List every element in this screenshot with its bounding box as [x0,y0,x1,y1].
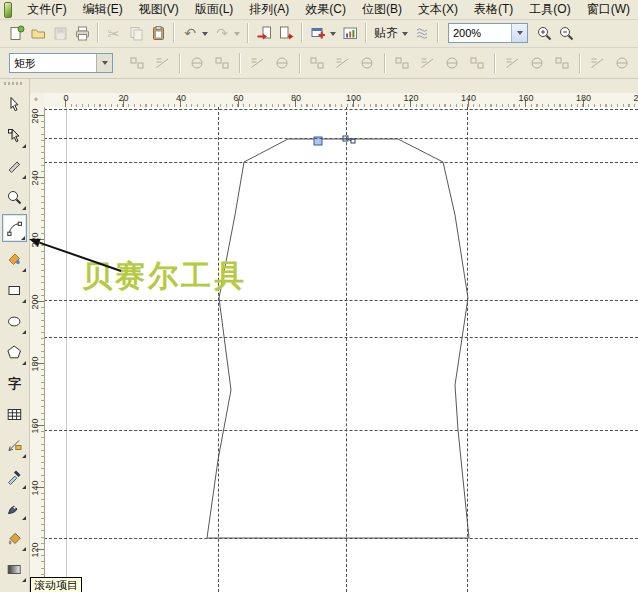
menu-text[interactable]: 文本(X) [410,0,466,20]
combo-dropdown-button[interactable] [511,24,527,42]
eyedropper-tool-icon [6,468,23,485]
menu-effects[interactable]: 效果(C) [297,0,354,20]
horizontal-guideline[interactable] [44,138,638,139]
interactive-fill-tool-icon [6,561,23,578]
smart-fill-tool-icon [6,251,23,268]
toolbar-separator [384,53,386,73]
horizontal-guideline[interactable] [44,430,638,431]
tool-preset-combo[interactable]: 矩形 [9,53,113,73]
ruler-origin-corner[interactable]: ⌖ [28,93,45,108]
snap-dropdown[interactable] [402,32,408,39]
table-tool[interactable] [2,400,27,428]
property-bar-icon [355,52,380,74]
welcome-chart-icon [342,25,359,42]
ruler-label: 180 [576,93,591,103]
redo-dropdown [234,32,240,39]
drawing-canvas[interactable] [44,107,638,592]
zoom-tool-icon [6,189,23,206]
shape-tool[interactable] [2,121,27,149]
toolbar-separator [239,53,241,73]
ruler-label: 60 [233,93,243,103]
text-tool-icon: 字 [8,377,21,390]
horizontal-guideline[interactable] [44,300,638,301]
ellipse-tool-icon [6,313,23,330]
vertical-guideline[interactable] [467,107,468,592]
toolbar-separator [97,23,99,43]
menu-edit[interactable]: 编辑(E) [75,0,131,20]
fill-tool[interactable] [2,524,27,552]
paste-button[interactable] [147,22,169,44]
toolbar-separator [299,53,301,73]
menu-bitmaps[interactable]: 位图(B) [354,0,410,20]
menu-table[interactable]: 表格(T) [466,0,521,20]
menu-tools[interactable]: 工具(O) [521,0,578,20]
welcome-screen-button[interactable] [339,22,361,44]
vertical-guideline[interactable] [346,107,347,592]
copy-icon [128,25,145,42]
import-button[interactable] [253,22,275,44]
crop-tool[interactable] [2,152,27,180]
application-launcher-button[interactable] [307,22,329,44]
vertical-guideline[interactable] [218,107,219,592]
app-window: { "app": {"background": "#ece9d8", "them… [0,0,638,592]
standard-toolbar: ✂↶↷贴齐200% [0,19,638,48]
horizontal-guideline[interactable] [44,162,638,163]
property-bar: 矩形 [0,48,638,79]
horizontal-guideline[interactable] [44,109,638,110]
rectangle-tool[interactable] [2,276,27,304]
vertical-ruler[interactable]: 260240220200180160140120100 [28,107,45,592]
property-bar-icon [210,52,235,74]
polygon-tool[interactable] [2,338,27,366]
property-bar-icon [440,52,465,74]
zoom-in-button[interactable] [533,22,555,44]
pick-tool-icon [6,96,23,113]
menu-arrange[interactable]: 排列(A) [241,0,297,20]
eyedropper-tool[interactable] [2,462,27,490]
bezier-tool[interactable] [2,214,27,242]
menu-view[interactable]: 视图(V) [131,0,187,20]
print-button[interactable] [71,22,93,44]
export-button[interactable] [275,22,297,44]
export-icon [278,25,295,42]
tool-preset-value: 矩形 [10,56,96,71]
dimension-tool[interactable] [2,431,27,459]
horizontal-ruler[interactable]: 020406080100120140160180200 [44,93,638,108]
property-bar-icon [610,52,635,74]
menu-file[interactable]: 文件(F) [19,0,74,20]
interactive-fill-tool[interactable] [2,555,27,583]
undo-dropdown[interactable] [202,32,208,39]
new-button[interactable] [5,22,27,44]
property-bar-icon [465,52,490,74]
undo-button[interactable]: ↶ [179,22,201,44]
toolbar-separator [365,23,367,43]
horizontal-guideline[interactable] [44,337,638,338]
toolbar-separator [179,53,181,73]
garment-pattern-outline [207,139,469,538]
combo-dropdown-button[interactable] [96,54,112,72]
pick-tool[interactable] [2,90,27,118]
text-tool[interactable]: 字 [2,369,27,397]
ellipse-tool[interactable] [2,307,27,335]
print-icon [74,25,91,42]
menu-layout[interactable]: 版面(L) [187,0,242,20]
ruler-label: 240 [30,167,40,189]
zoom-tool[interactable] [2,183,27,211]
zoom-level-combo[interactable]: 200% [448,23,528,43]
options-button[interactable] [411,22,433,44]
ruler-label: 180 [30,353,40,375]
toolbox-grip[interactable] [4,82,24,85]
smart-fill-tool[interactable] [2,245,27,273]
menubar: 文件(F)编辑(E)视图(V)版面(L)排列(A)效果(C)位图(B)文本(X)… [0,0,638,20]
table-tool-icon [6,406,23,423]
snap-to-button[interactable]: 贴齐 [371,25,401,42]
new-doc-icon [8,25,25,42]
outline-pen-tool[interactable] [2,493,27,521]
launcher-dropdown[interactable] [330,32,336,39]
zoom-in-icon [536,25,553,42]
horizontal-guideline[interactable] [44,538,638,539]
zoom-out-button[interactable] [555,22,577,44]
ruler-label: 100 [346,93,361,103]
menu-window[interactable]: 窗口(W) [579,0,638,20]
open-button[interactable] [27,22,49,44]
bezier-tool-icon [6,220,23,237]
